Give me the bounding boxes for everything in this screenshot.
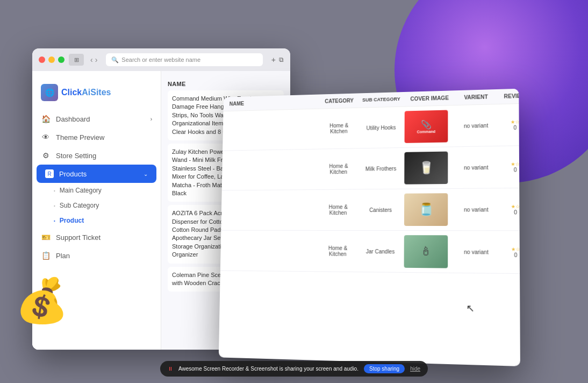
sidebar-sub-label: Product: [60, 217, 84, 224]
td-category: Home & Kitchen: [318, 121, 360, 136]
td-review: ★☆ 0: [496, 202, 520, 216]
record-icon: ⏸: [168, 366, 173, 372]
sidebar-item-label: Products: [59, 170, 87, 178]
th-variant: VARIENT: [457, 89, 496, 105]
column-header-name: NAME: [168, 77, 284, 90]
logo-icon: 🌐: [41, 84, 58, 101]
browser-window-secondary: NAME CATEGORY SUB CATEGORY COVER IMAGE V…: [219, 89, 520, 366]
td-cover-image: 🫙: [402, 192, 457, 227]
sidebar-item-label: Plan: [56, 252, 70, 260]
sidebar-sub-label: Sub Category: [60, 202, 99, 209]
cursor-indicator: ↖: [466, 302, 475, 315]
td-sub-category: Jar Candles: [359, 247, 402, 256]
th-sub-category: SUB CATEGORY: [360, 92, 403, 108]
sidebar-toggle-btn[interactable]: ⊞: [69, 54, 84, 66]
td-review: ★☆ 0: [496, 117, 520, 132]
plan-icon: 📋: [41, 251, 51, 260]
sidebar-item-plan[interactable]: 📋 Plan: [32, 246, 161, 265]
products-icon: R: [45, 169, 54, 178]
browser-titlebar: ⊞ ‹ › 🔍 Search or enter website name + ⧉: [32, 48, 290, 71]
close-button[interactable]: [39, 56, 45, 63]
td-sub-category: Utility Hooks: [360, 123, 402, 132]
new-tab-icon[interactable]: +: [271, 55, 276, 64]
td-name: [225, 209, 317, 211]
sidebar-sub-label: Main Category: [60, 187, 102, 194]
table-body: Home & Kitchen Utility Hooks 📎 Command n…: [220, 104, 520, 274]
td-variant: no variant: [457, 247, 496, 256]
minimize-button[interactable]: [48, 56, 55, 63]
sidebar-sub-sub-category[interactable]: Sub Category: [32, 198, 161, 213]
th-cover-image: COVER IMAGE: [403, 90, 457, 107]
sidebar-item-label: Theme Preview: [56, 133, 104, 141]
sidebar-item-dashboard[interactable]: 🏠 Dashboard ›: [32, 110, 161, 128]
td-name: [226, 168, 318, 172]
td-review: ★☆ 0: [496, 160, 520, 174]
sidebar-sub-main-category[interactable]: Main Category: [32, 183, 161, 198]
product-image: 🥛: [404, 152, 448, 185]
search-icon: 🔍: [111, 56, 119, 63]
traffic-lights: [39, 56, 64, 63]
copy-icon[interactable]: ⧉: [279, 56, 284, 63]
address-text: Search or enter website name: [121, 56, 200, 63]
td-review: ★☆ 0: [496, 245, 520, 259]
sidebar-item-label: Dashboard: [56, 115, 90, 123]
star-rating: ★☆: [498, 161, 520, 167]
table-row: Home & Kitchen Utility Hooks 📎 Command n…: [223, 104, 519, 151]
td-category: Home & Kitchen: [317, 203, 359, 217]
td-variant: no variant: [457, 121, 496, 130]
sidebar-item-support-ticket[interactable]: 🎫 Support Ticket: [32, 228, 161, 246]
product-image: 📎 Command: [405, 110, 448, 143]
td-category: Home & Kitchen: [317, 244, 359, 258]
maximize-button[interactable]: [58, 56, 64, 63]
td-cover-image: 🥛: [402, 150, 456, 185]
stop-sharing-button[interactable]: Stop sharing: [364, 364, 405, 373]
sidebar-item-products[interactable]: R Products ⌄: [37, 165, 156, 183]
home-icon: 🏠: [41, 115, 51, 123]
eye-icon: 👁: [41, 133, 51, 141]
sidebar-item-label: Store Setting: [56, 152, 96, 160]
th-review: REVIEW: [496, 89, 520, 104]
td-cover-image: 📎 Command: [403, 109, 457, 144]
product-image: 🫙: [404, 193, 448, 226]
th-category: CATEGORY: [318, 93, 360, 108]
table-row: Home & Kitchen Milk Frothers 🥛 no varian…: [222, 146, 520, 190]
money-bag-icon: 💰: [15, 275, 63, 329]
td-sub-category: Milk Frothers: [360, 164, 402, 173]
settings-icon: ⚙: [41, 151, 51, 160]
nav-arrows: ‹ ›: [90, 55, 97, 64]
sidebar-item-label: Support Ticket: [56, 233, 101, 242]
td-variant: no variant: [457, 163, 496, 172]
logo-text: ClickAiSites: [61, 88, 111, 97]
star-rating: ★☆: [498, 246, 520, 252]
th-name: NAME: [227, 95, 319, 111]
td-category: Home & Kitchen: [318, 162, 360, 176]
sidebar-item-theme-preview[interactable]: 👁 Theme Preview: [32, 128, 161, 146]
back-arrow[interactable]: ‹: [90, 55, 93, 64]
td-sub-category: Canisters: [359, 205, 402, 214]
recording-text: Awesome Screen Recorder & Screenshot is …: [178, 366, 358, 372]
td-name: [225, 250, 317, 252]
star-rating: ★☆: [498, 118, 520, 125]
forward-arrow[interactable]: ›: [95, 55, 98, 64]
td-cover-image: 🕯: [402, 234, 457, 269]
logo: 🌐 ClickAiSites: [32, 80, 161, 110]
sidebar-sub-product[interactable]: Product: [32, 213, 161, 228]
browser-actions: + ⧉: [271, 55, 284, 64]
sidebar-item-store-setting[interactable]: ⚙ Store Setting: [32, 146, 161, 165]
hide-link[interactable]: hide: [410, 366, 420, 372]
td-variant: no variant: [457, 205, 496, 214]
star-rating: ★☆: [498, 203, 520, 209]
support-icon: 🎫: [41, 233, 51, 242]
td-name: [227, 128, 318, 132]
address-bar[interactable]: 🔍 Search or enter website name: [106, 53, 262, 66]
product-image: 🕯: [404, 235, 448, 268]
recording-bar: ⏸ Awesome Screen Recorder & Screenshot i…: [160, 361, 428, 377]
table-row: Home & Kitchen Jar Candles 🕯 no variant …: [220, 231, 520, 274]
chevron-right-icon: ›: [150, 116, 152, 122]
chevron-down-icon: ⌄: [144, 171, 148, 177]
table-row: Home & Kitchen Canisters 🫙 no variant ★☆…: [221, 188, 519, 231]
